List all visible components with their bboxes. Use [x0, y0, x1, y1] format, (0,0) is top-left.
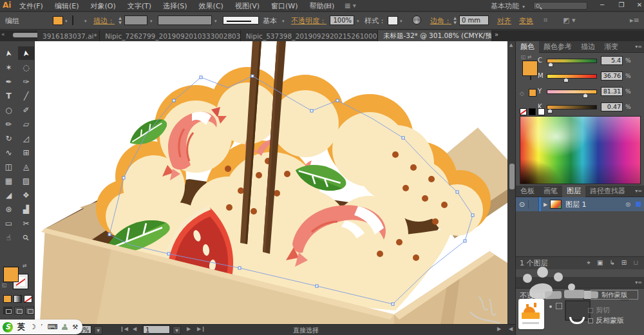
scroll-right-icon[interactable]: ▶ [497, 326, 501, 332]
eraser-tool[interactable]: ▱ [18, 117, 34, 131]
layer-row[interactable]: ⊙ ▶ 图层 1 ◎ [516, 197, 644, 211]
last-artboard-icon[interactable]: ▶❙ [197, 326, 205, 332]
fill-color-swatch[interactable] [53, 16, 63, 25]
blend-tool[interactable]: ❖ [18, 188, 34, 202]
chevron-down-icon[interactable]: ▾ [282, 19, 285, 24]
chevron-down-icon[interactable]: ▾ [357, 19, 359, 24]
first-artboard-icon[interactable]: ❙◀ [120, 326, 128, 332]
slider-y[interactable] [547, 90, 597, 94]
symbol-sprayer-tool[interactable]: ⊛ [1, 202, 17, 216]
free-transform-tool[interactable]: ⊞ [18, 146, 34, 159]
panel-menu-icon[interactable]: ▸≡ [630, 16, 639, 24]
tab-color-guide[interactable]: 颜色参考 [539, 41, 576, 53]
stroke-color-swatch[interactable] [72, 15, 73, 25]
canvas-artboard[interactable] [35, 41, 507, 324]
paintbrush-tool[interactable]: ✐ [18, 103, 34, 117]
doc-tab-3[interactable]: Nipic_537398_20190929202152610000.ai* × [241, 30, 378, 41]
slider-thumb[interactable] [548, 62, 553, 67]
recolor-artwork-icon[interactable] [412, 15, 421, 24]
expand-triangle-icon[interactable]: ▶ [541, 202, 550, 207]
doc-tab-2[interactable]: Nipic_7262799_20190920103330028031.ai* × [100, 30, 241, 41]
close-button[interactable]: ✕ [631, 0, 644, 10]
last-color-swatch[interactable] [529, 89, 536, 97]
type-tool[interactable]: T [1, 89, 17, 102]
isolate-selection-icon[interactable]: ⌗ [544, 16, 547, 24]
gradient-button[interactable] [14, 295, 22, 303]
slider-m[interactable] [547, 74, 597, 79]
black-swatch[interactable] [529, 108, 536, 115]
fill-swatch[interactable] [522, 61, 538, 76]
delete-layer-icon[interactable]: ⊔ [633, 259, 638, 266]
align-link[interactable]: 对齐 [497, 16, 511, 26]
swap-fill-stroke-icon[interactable]: ⇄ [23, 263, 27, 269]
person-icon[interactable] [62, 324, 68, 330]
clipping-mask-icon[interactable]: ▣ [597, 259, 603, 266]
target-circle-icon[interactable]: ◎ [625, 201, 630, 207]
scroll-left-icon[interactable]: ◀ [509, 326, 513, 332]
menu-item[interactable]: 效果(C) [199, 1, 223, 11]
artboard-dropdown-icon[interactable]: ▼ [173, 326, 181, 334]
touch-workspace-icon[interactable]: ▤ [325, 2, 331, 9]
scrollbar-thumb[interactable] [509, 164, 515, 189]
curvature-tool[interactable]: ✑ [18, 75, 34, 88]
color-spectrum[interactable] [520, 116, 641, 184]
default-fill-stroke-icon[interactable]: ◱ [2, 282, 7, 288]
pen-tool[interactable]: ✒ [1, 75, 17, 88]
chevron-down-icon[interactable]: ▾ [400, 19, 402, 24]
stroke-panel-link[interactable]: 描边： [93, 16, 115, 26]
value-y[interactable]: 81.31 [601, 87, 623, 96]
draw-inside-mode-button[interactable] [25, 307, 34, 314]
tab-pathfinder[interactable]: 路径查找器 [585, 186, 630, 197]
sogou-logo-icon[interactable]: S [3, 322, 13, 332]
chevron-down-icon[interactable]: ▾ [84, 19, 87, 24]
doc-tab-4[interactable]: 未标题-32* @ 301.08% (CMYK/预览) × [378, 30, 492, 41]
artboard-tool[interactable]: ▭ [1, 216, 17, 230]
tab-layers[interactable]: 图层 [562, 186, 585, 197]
graph-tool[interactable]: ▟ [18, 202, 34, 216]
none-swatch[interactable] [520, 108, 527, 115]
menu-item[interactable]: 窗口(W) [271, 1, 298, 11]
style-swatch[interactable] [388, 16, 398, 25]
wrench-icon[interactable]: ⚒ [72, 323, 78, 330]
selection-tool[interactable]: ➤ [1, 46, 17, 60]
zoom-dropdown-icon[interactable]: ▼ [94, 326, 102, 334]
magic-wand-tool[interactable]: ✶ [1, 61, 17, 74]
opacity-value[interactable]: 100% [330, 15, 354, 25]
tab-gradient[interactable]: 渐变 [600, 41, 623, 53]
slider-k[interactable] [547, 105, 597, 110]
artboard-number-input[interactable]: 1 [143, 325, 170, 334]
value-c[interactable]: 5.4 [601, 56, 623, 65]
moon-icon[interactable]: ☽ [30, 323, 36, 331]
lasso-tool[interactable]: ◌ [18, 61, 34, 74]
lock-cell[interactable] [529, 197, 539, 211]
slider-thumb[interactable] [564, 78, 569, 82]
minimize-button[interactable]: ─ [594, 0, 611, 10]
slider-thumb[interactable] [547, 109, 553, 113]
menu-item[interactable]: 文件(F) [19, 1, 43, 11]
restore-button[interactable]: ❐ [613, 0, 630, 10]
arrange-documents-icon[interactable]: ▦ ▾ [345, 2, 356, 9]
perspective-grid-tool[interactable]: ◬ [18, 160, 34, 173]
layer-name[interactable]: 图层 1 [565, 200, 587, 209]
eyedropper-tool[interactable]: ◢ [1, 188, 17, 202]
brush-name-label[interactable]: 基本 [263, 16, 277, 26]
opacity-link[interactable]: 不透明度： [291, 16, 327, 26]
color-button[interactable] [3, 295, 12, 303]
panel-menu-icon[interactable]: ▾≡ [635, 188, 642, 194]
scroll-up-icon[interactable]: ▲ [509, 43, 513, 48]
keyboard-icon[interactable]: ⌨ [47, 323, 57, 331]
mesh-tool[interactable]: ▦ [1, 174, 17, 187]
chevron-down-icon[interactable]: ▾ [150, 19, 153, 24]
white-swatch[interactable] [538, 108, 545, 115]
transform-link[interactable]: 变换 [519, 16, 533, 26]
tab-swatches[interactable]: 色板 [516, 186, 539, 197]
select-similar-icon[interactable]: ◩ ▾ [563, 16, 575, 24]
draw-behind-mode-button[interactable] [14, 307, 23, 314]
shape-builder-tool[interactable]: ◫ [1, 160, 17, 173]
width-tool[interactable]: ∿ [1, 146, 17, 159]
width-profile-select[interactable] [158, 15, 212, 25]
value-m[interactable]: 36.76 [601, 72, 623, 81]
menu-item[interactable]: 选择(S) [163, 1, 187, 11]
rotate-tool[interactable]: ↻ [1, 131, 17, 145]
chevron-down-icon[interactable]: ▾ [214, 19, 217, 24]
